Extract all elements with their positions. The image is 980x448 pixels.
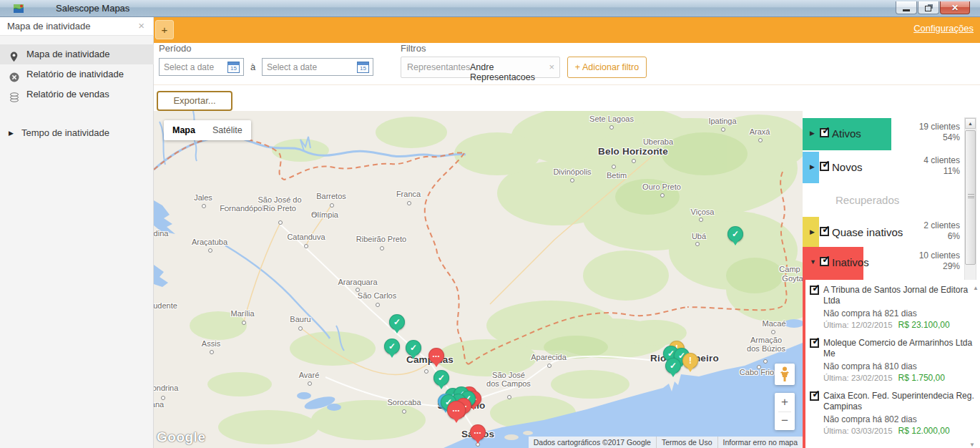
configuracoes-link[interactable]: Configurações (913, 23, 974, 34)
export-button[interactable]: Exportar... (157, 91, 232, 111)
zoom-out-button[interactable]: − (775, 412, 795, 430)
date-end-field[interactable] (267, 59, 355, 75)
date-start-field[interactable] (164, 59, 231, 75)
sidebar-item-relatorio-de-vendas[interactable]: Relatório de vendas (0, 84, 154, 104)
legend-category-recuperados: Recuperados (803, 185, 980, 215)
city-dot (757, 365, 761, 369)
chevron-right-icon[interactable]: ▶ (810, 130, 815, 137)
client-list: A Tribuna de Santos Jornal de Editora Lt… (803, 280, 980, 448)
map-type-satelite-button[interactable]: Satélite (204, 120, 251, 140)
chevron-right-icon[interactable]: ▶ (810, 228, 815, 235)
map-marker-inativo[interactable]: ••• (428, 348, 444, 364)
close-button[interactable]: ✕ (940, 1, 970, 14)
periodo-label: Período (159, 43, 192, 54)
chevron-down-icon[interactable]: ▼ (810, 258, 816, 266)
client-list-scroll-up-icon[interactable]: ▲ (973, 285, 979, 291)
city-label-ipatinga: Ipatinga (708, 117, 736, 125)
sidebar-item-relatorio-de-inatividade[interactable]: Relatório de inatividade (0, 64, 154, 84)
city-label-goyta: Goyta (782, 274, 803, 283)
minimize-button[interactable] (896, 1, 917, 14)
city-label-avare: Avaré (299, 371, 320, 379)
filter-chip-representantes[interactable]: Representantes Andre Representacoes × (401, 57, 560, 78)
category-counts: 19 clientes54% (919, 122, 960, 143)
category-checkbox[interactable] (820, 162, 829, 171)
client-last-value: R$ 12.000,00 (898, 426, 950, 436)
google-logo[interactable]: Google (157, 429, 205, 445)
category-checkbox[interactable] (820, 257, 829, 266)
zoom-in-button[interactable]: + (775, 393, 795, 412)
map-zoom-control: + − (775, 393, 795, 430)
legend-category-inativos[interactable]: ▼Inativos10 clientes29% (803, 247, 980, 280)
client-card-moleque-comercio-de-armarinhos[interactable]: Moleque Comercio de Armarinhos Ltda MeNã… (810, 338, 979, 383)
map-marker-ativo[interactable]: ✓ (727, 226, 743, 242)
window-titlebar[interactable]: Salescope Mapas ✕ (0, 0, 980, 17)
client-card-caixa-econ-fed-superintendecia[interactable]: Caixa Econ. Fed. Superintendecia Reg. Ca… (810, 391, 979, 436)
category-checkbox[interactable] (820, 128, 829, 137)
client-checkbox[interactable] (810, 391, 819, 401)
client-last-value: R$ 23.100,00 (898, 320, 950, 330)
map-type-control: Mapa Satélite (164, 120, 251, 140)
client-inactivity: Não compra há 810 dias (823, 361, 979, 371)
map-marker-quase[interactable]: ! (682, 353, 698, 369)
city-label-ana: ana (154, 400, 164, 409)
marker-quase-icon: ! (689, 356, 692, 365)
coins-icon (9, 89, 20, 100)
sidebar-item-label: Mapa de inatividade (26, 49, 109, 59)
city-dot (298, 326, 303, 331)
city-label-uberaba: Uberaba (643, 137, 673, 146)
client-list-scroll-down-icon[interactable]: ▼ (969, 442, 975, 448)
calendar-icon[interactable]: 15 (227, 62, 240, 73)
legend-category-quase-inativos[interactable]: ▶Quase inativos2 clientes6% (803, 217, 980, 248)
city-label-camp: Camp (779, 265, 800, 273)
city-dot (304, 244, 308, 248)
client-card-a-tribuna-de-santos-jornal-de-[interactable]: A Tribuna de Santos Jornal de Editora Lt… (810, 285, 979, 330)
calendar-icon[interactable]: 15 (357, 62, 369, 73)
city-label-catanduva: Catanduva (287, 233, 325, 241)
sidebar-item-label: Relatório de vendas (26, 89, 109, 99)
street-view-pegman-button[interactable] (775, 364, 795, 385)
map-attribution: Dados cartográficos ©2017 Google Termos … (529, 437, 803, 448)
sidebar-item-mapa-de-inatividade[interactable]: Mapa de inatividade (0, 44, 154, 64)
scrollbar-thumb[interactable] (965, 130, 976, 265)
scroll-up-icon[interactable]: ▲ (965, 118, 976, 129)
map-type-mapa-button[interactable]: Mapa (164, 120, 204, 140)
marker-ativo-icon: ✓ (393, 318, 401, 326)
legend-category-novos[interactable]: ▶Novos4 clientes11% (803, 152, 980, 183)
city-dot (771, 330, 775, 334)
map-marker-inativo[interactable]: ••• (447, 401, 466, 419)
map-canvas[interactable]: Sete LagoasIpatingaAraxáUberabaBelo Hori… (154, 111, 803, 448)
map-marker-ativo[interactable]: ✓ (433, 370, 449, 386)
city-label-armacao-dos-buzios: Armaçãodos Búzios (747, 336, 785, 353)
sidebar-section-tempo-de-inatividade[interactable]: ▶ Tempo de inatividade (0, 123, 154, 143)
client-checkbox[interactable] (810, 339, 819, 348)
filter-chip-remove-icon[interactable]: × (549, 62, 554, 72)
city-dot (308, 381, 312, 386)
client-checkbox[interactable] (810, 286, 819, 295)
add-filter-button[interactable]: + Adicionar filtro (567, 57, 647, 78)
toolbar: Período 15 à 15 Filtros Representantes A… (154, 43, 980, 111)
chevron-right-icon[interactable]: ▶ (810, 163, 815, 170)
city-label-ondrina: ondrina (154, 384, 178, 392)
restore-button[interactable] (918, 1, 939, 14)
city-label-sorocaba: Sorocaba (387, 398, 421, 406)
terms-of-use-link[interactable]: Termos de Uso (656, 437, 717, 448)
city-dot (632, 159, 636, 163)
map-marker-ativo[interactable]: ✓ (665, 358, 681, 374)
category-checkbox[interactable] (820, 227, 829, 236)
city-dot (721, 127, 725, 132)
map-marker-ativo[interactable]: ✓ (406, 340, 421, 356)
restore-icon (925, 6, 931, 11)
map-marker-ativo[interactable]: ✓ (384, 339, 400, 354)
new-tab-button[interactable]: + (155, 20, 174, 39)
tab-close-icon[interactable]: × (138, 19, 144, 31)
report-map-error-link[interactable]: Informar erro no mapa (717, 437, 803, 448)
legend-category-ativos[interactable]: ▶Ativos19 clientes54% (803, 118, 980, 150)
date-end-input[interactable]: 15 (262, 58, 373, 76)
map-marker-inativo[interactable]: ••• (470, 424, 486, 440)
map-marker-ativo[interactable]: ✓ (389, 314, 405, 330)
category-label: Recuperados (836, 194, 899, 206)
city-label-araraquara: Araraquara (338, 278, 377, 286)
tab-mapa-de-inatividade[interactable]: Mapa de inatividade × (0, 17, 154, 36)
date-start-input[interactable]: 15 (159, 58, 244, 76)
client-inactivity: Não compra há 802 dias (823, 414, 979, 424)
